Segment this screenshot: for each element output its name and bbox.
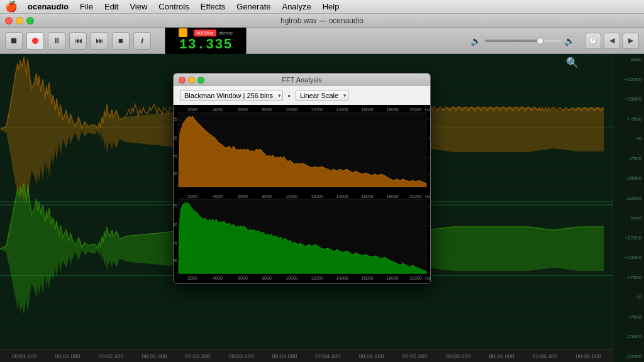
toolbar: ⏹ ⏸ ⏮ ⏭ ■ i 4000Hz stereo 13.335 🔈 🔊 🕐 ◀… xyxy=(0,28,644,54)
fft-close-button[interactable] xyxy=(179,77,186,84)
scale-neg15000-2: -15000 xyxy=(616,334,641,339)
svg-text:-25: -25 xyxy=(174,117,177,121)
fft-minimize-button[interactable] xyxy=(188,77,195,84)
tick-10: 00:05.200 xyxy=(393,353,436,359)
svg-text:-25: -25 xyxy=(174,204,177,208)
fft-window-type-select[interactable]: Blackman Window | 256 bins xyxy=(180,90,283,101)
window-title: hglrob.wav — ocenaudio xyxy=(280,16,364,25)
fft-checkbox-label: ▪ xyxy=(288,92,291,99)
scale-neg7500-2: -7500 xyxy=(616,314,641,320)
svg-text:4000: 4000 xyxy=(213,276,223,280)
fft-title-bar: FFT Analysis xyxy=(174,74,430,86)
stereo-label: stereo xyxy=(219,30,233,36)
scale-neg7500: -7500 xyxy=(616,156,641,162)
menu-bar: 🍎 ocenaudio File Edit View Controls Effe… xyxy=(0,0,644,14)
forward-button[interactable]: ▶ xyxy=(623,33,639,49)
window-controls xyxy=(5,17,34,25)
fft-window-title: FFT Analysis xyxy=(282,76,321,84)
back-button[interactable]: ◀ xyxy=(604,33,620,49)
volume-low-icon: 🔈 xyxy=(470,36,481,46)
clock-button[interactable]: 🕐 xyxy=(585,33,601,49)
menu-file[interactable]: File xyxy=(75,1,98,13)
zoom-icon[interactable]: 🔍 xyxy=(566,57,579,69)
toolbar-right: 🕐 ◀ ▶ xyxy=(585,33,639,49)
svg-text:-100: -100 xyxy=(428,172,430,176)
scale-7500: +7500 xyxy=(616,116,641,122)
time-display: 4000Hz stereo 13.335 xyxy=(165,26,247,55)
svg-text:18000: 18000 xyxy=(386,276,399,280)
menu-generate[interactable]: Generate xyxy=(231,1,275,13)
svg-text:Hz: Hz xyxy=(425,276,430,280)
menu-effects[interactable]: Effects xyxy=(196,1,231,13)
svg-text:2000: 2000 xyxy=(187,107,197,112)
svg-text:-100: -100 xyxy=(428,258,430,263)
tick-5: 00:03.200 xyxy=(176,353,219,359)
fft-window-controls xyxy=(179,77,204,84)
svg-text:-75: -75 xyxy=(174,155,177,159)
svg-text:4000: 4000 xyxy=(213,194,223,199)
menu-controls[interactable]: Controls xyxy=(153,1,194,13)
svg-text:Hz: Hz xyxy=(425,107,430,112)
svg-text:12000: 12000 xyxy=(311,276,323,280)
apple-menu[interactable]: 🍎 xyxy=(5,1,18,13)
menu-analyze[interactable]: Analyze xyxy=(277,1,316,13)
svg-text:-75: -75 xyxy=(428,155,430,159)
svg-text:12000: 12000 xyxy=(311,107,323,112)
fft-maximize-button[interactable] xyxy=(197,77,204,84)
fft-controls-bar: Blackman Window | 256 bins ▪ Linear Scal… xyxy=(174,86,430,105)
scale-7500-2: +7500 xyxy=(616,275,641,280)
svg-text:20000: 20000 xyxy=(409,194,422,199)
time-mode: 4000Hz xyxy=(194,30,216,36)
svg-text:6000: 6000 xyxy=(238,107,248,112)
menu-view[interactable]: View xyxy=(125,1,152,13)
svg-text:8000: 8000 xyxy=(262,276,272,280)
scale-neg22500-2: -22500 xyxy=(616,354,641,359)
svg-text:-25: -25 xyxy=(428,117,430,121)
svg-text:8000: 8000 xyxy=(262,107,272,112)
svg-text:10000: 10000 xyxy=(286,194,298,199)
pause-button[interactable]: ⏸ xyxy=(48,32,65,50)
scale-15000-2: +15000 xyxy=(616,255,641,260)
info-button[interactable]: i xyxy=(133,32,151,50)
stop-button[interactable]: ⏹ xyxy=(5,32,23,50)
svg-text:16000: 16000 xyxy=(361,276,374,280)
scale-0-2: +0 xyxy=(616,294,641,300)
svg-text:6000: 6000 xyxy=(238,276,248,280)
svg-text:14000: 14000 xyxy=(336,276,348,280)
scale-22500: +22500 xyxy=(616,77,641,82)
svg-text:-75: -75 xyxy=(428,241,430,246)
tick-14: 00:06.800 xyxy=(567,353,610,359)
stop2-button[interactable]: ■ xyxy=(112,32,130,50)
maximize-button[interactable] xyxy=(26,17,34,25)
timeline-ruler: 00:01.600 00:02.000 00:02.400 00:02.800 … xyxy=(0,349,613,362)
record-button[interactable] xyxy=(26,32,44,50)
svg-text:10000: 10000 xyxy=(286,276,298,280)
svg-text:-50: -50 xyxy=(428,136,430,140)
record-dot xyxy=(32,38,38,44)
svg-text:14000: 14000 xyxy=(336,107,348,112)
next-button[interactable]: ⏭ xyxy=(91,32,108,50)
tick-12: 00:06.000 xyxy=(480,353,523,359)
tick-13: 00:06.400 xyxy=(523,353,567,359)
title-bar: hglrob.wav — ocenaudio xyxy=(0,14,644,28)
svg-text:-100: -100 xyxy=(174,172,177,176)
menu-edit[interactable]: Edit xyxy=(99,1,123,13)
tick-1: 00:01.600 xyxy=(3,353,46,359)
fft-scale-select[interactable]: Linear Scale xyxy=(296,90,348,101)
menu-help[interactable]: Help xyxy=(318,1,345,13)
tick-6: 00:03.600 xyxy=(219,353,263,359)
svg-text:2000: 2000 xyxy=(187,194,197,199)
svg-text:4000: 4000 xyxy=(213,107,223,112)
amplitude-scale: smpl +22500 +15000 +7500 +0 -7500 -15000… xyxy=(613,54,644,362)
minimize-button[interactable] xyxy=(16,17,23,25)
volume-slider[interactable] xyxy=(485,40,560,42)
scale-smpl-1: smpl xyxy=(616,57,641,62)
svg-text:8000: 8000 xyxy=(262,194,272,199)
close-button[interactable] xyxy=(5,17,13,25)
svg-text:-50: -50 xyxy=(174,222,177,227)
menu-app-name[interactable]: ocenaudio xyxy=(23,1,74,13)
svg-text:16000: 16000 xyxy=(361,107,374,112)
svg-text:10000: 10000 xyxy=(286,107,298,112)
prev-button[interactable]: ⏮ xyxy=(69,32,87,50)
volume-area: 🔈 🔊 xyxy=(470,36,575,46)
